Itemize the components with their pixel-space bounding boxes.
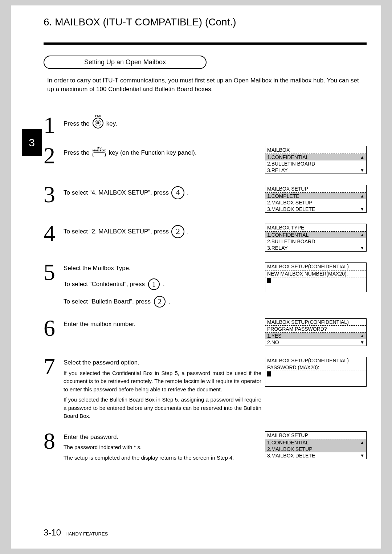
lcd-display: MAILBOX SETUP(CONFIDENTIAL) NEW MAILBOX …	[265, 262, 367, 292]
up-arrow-icon: ▲	[360, 232, 364, 237]
lcd-item: 3.MAILBOX DELETE	[267, 206, 315, 212]
page-number: 3-10	[44, 527, 61, 538]
itu-mailbox-key-icon: ITU MAILBOX	[93, 146, 106, 157]
step-title: Select the Mailbox Type.	[64, 264, 261, 273]
lcd-title: MAILBOX TYPE	[265, 224, 366, 232]
intro-text: In order to carry out ITU-T communicatio…	[47, 76, 367, 94]
step-2: 2 Press the ITU MAILBOX key (on the Func…	[44, 146, 367, 174]
up-arrow-icon: ▲	[360, 440, 364, 445]
step-3: 3 To select “4. MAILBOX SETUP”, press 4 …	[44, 185, 367, 213]
up-arrow-icon: ▲	[360, 155, 364, 160]
digit-key-icon: 1	[148, 278, 160, 290]
lcd-title: MAILBOX SETUP	[265, 432, 366, 439]
lcd-item: 3.RELAY	[267, 167, 288, 173]
cursor-icon	[267, 278, 271, 283]
down-arrow-icon: ▼	[360, 245, 364, 250]
chapter-tab: 3	[22, 129, 42, 156]
step-4: 4 To select “2. MAILBOX SETUP”, press 2 …	[44, 224, 367, 252]
step-number: 4	[44, 224, 60, 243]
step-text: Press the	[64, 148, 90, 157]
down-arrow-icon: ▼	[360, 340, 364, 345]
lcd-item: 2.MAILBOX SETUP	[267, 446, 312, 452]
step-sub: The password indicated with * s.	[64, 443, 261, 452]
section-name: HANDY FEATURES	[65, 531, 108, 537]
up-arrow-icon: ▲	[360, 333, 364, 338]
lcd-item: 2.BULLETIN BOARD	[267, 239, 315, 244]
lcd-item: 2.MAILBOX SETUP	[267, 200, 312, 205]
lcd-display: MAILBOX SETUP 1.COMPLETE▲ 2.MAILBOX SETU…	[265, 185, 367, 213]
footer: 3-10 HANDY FEATURES	[44, 527, 108, 538]
step-text: .	[163, 280, 165, 289]
lcd-title: MAILBOX SETUP(CONFIDENTIAL)	[265, 263, 366, 270]
step-title: Enter the mailbox number.	[64, 320, 261, 329]
lcd-display: MAILBOX SETUP 1.CONFIDENTIAL▲ 2.MAILBOX …	[265, 431, 367, 459]
down-arrow-icon: ▼	[360, 168, 364, 173]
step-paragraph: If you selected the Bulletin Board Box i…	[64, 396, 261, 420]
step-1: 1 Press the FAX ☎ key.	[44, 115, 367, 135]
lcd-display: MAILBOX TYPE 1.CONFIDENTIAL▲ 2.BULLETIN …	[265, 224, 367, 252]
subheading: Setting Up an Open Mailbox	[44, 56, 207, 69]
lcd-item: 1.YES	[267, 333, 282, 339]
lcd-item: 1.CONFIDENTIAL	[267, 232, 309, 238]
step-text: To select “Bulletin Board”, press	[64, 297, 151, 306]
step-number: 2	[44, 146, 60, 166]
step-5: 5 Select the Mailbox Type. To select “Co…	[44, 262, 367, 307]
lcd-item: 3.RELAY	[267, 245, 288, 251]
lcd-item: 2.BULLETIN BOARD	[267, 161, 315, 167]
step-text: key (on the Function key panel).	[109, 148, 197, 157]
step-title: Enter the password.	[64, 433, 261, 441]
lcd-item: 2.NO	[267, 339, 279, 345]
step-number: 6	[44, 318, 60, 338]
lcd-display: MAILBOX SETUP(CONFIDENTIAL) PROGRAM PASS…	[265, 318, 367, 346]
lcd-title: MAILBOX SETUP(CONFIDENTIAL)	[265, 319, 366, 325]
page-title: 6. MAILBOX (ITU-T COMPATIBLE) (Cont.)	[11, 16, 367, 28]
lcd-item: 1.CONFIDENTIAL	[267, 154, 309, 160]
step-number: 5	[44, 262, 60, 282]
down-arrow-icon: ▼	[360, 453, 364, 458]
lcd-item: 1.CONFIDENTIAL	[267, 440, 309, 445]
step-number: 1	[44, 115, 60, 135]
step-text: key.	[106, 119, 117, 128]
lcd-item: 1.COMPLETE	[267, 193, 299, 199]
step-7: 7 Select the password option. If you sel…	[44, 357, 367, 420]
lcd-title: MAILBOX SETUP	[265, 185, 366, 193]
down-arrow-icon: ▼	[360, 207, 364, 212]
step-text: .	[187, 227, 189, 236]
fax-key-icon: FAX ☎	[93, 115, 103, 129]
digit-key-icon: 2	[154, 296, 166, 307]
up-arrow-icon: ▲	[360, 194, 364, 199]
step-number: 8	[44, 431, 60, 451]
lcd-item: PASSWORD (MAX20):	[267, 364, 319, 370]
step-text: To select “4. MAILBOX SETUP”, press	[64, 188, 169, 197]
step-6: 6 Enter the mailbox number. MAILBOX SETU…	[44, 318, 367, 346]
lcd-item: NEW MAILBOX NUMBER(MAX20):	[267, 271, 348, 277]
step-8: 8 Enter the password. The password indic…	[44, 431, 367, 462]
step-text: .	[187, 188, 189, 197]
digit-key-icon: 2	[171, 225, 184, 238]
step-text: To select “2. MAILBOX SETUP”, press	[64, 227, 169, 236]
step-sub: The setup is completed and the display r…	[64, 454, 261, 462]
lcd-title: MAILBOX SETUP(CONFIDENTIAL)	[265, 357, 366, 364]
step-number: 3	[44, 185, 60, 204]
lcd-display: MAILBOX SETUP(CONFIDENTIAL) PASSWORD (MA…	[265, 357, 367, 387]
step-text: .	[169, 297, 171, 306]
digit-key-icon: 4	[171, 186, 184, 199]
cursor-icon	[267, 371, 271, 376]
step-paragraph: If you selected the Confidential Box in …	[64, 369, 261, 394]
lcd-display: MAILBOX 1.CONFIDENTIAL▲ 2.BULLETIN BOARD…	[265, 146, 367, 174]
lcd-item: 3.MAILBOX DELETE	[267, 453, 315, 459]
lcd-item: PROGRAM PASSWORD?	[267, 326, 327, 332]
divider	[44, 42, 367, 45]
step-text: Press the	[64, 119, 90, 128]
step-number: 7	[44, 357, 60, 376]
step-text: To select “Confidential”, press	[64, 280, 145, 289]
step-title: Select the password option.	[64, 358, 261, 367]
lcd-title: MAILBOX	[265, 146, 366, 154]
